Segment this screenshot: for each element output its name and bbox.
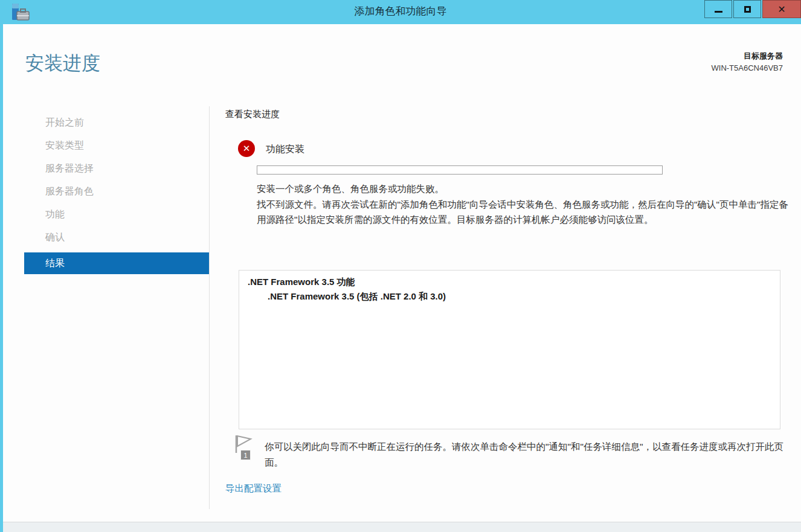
- window-left-border: [0, 24, 3, 532]
- export-settings-link[interactable]: 导出配置设置: [225, 482, 281, 495]
- titlebar: 添加角色和功能向导 ✕: [0, 0, 801, 24]
- maximize-icon: [744, 6, 751, 13]
- feature-item: .NET Framework 3.5 (包括 .NET 2.0 和 3.0): [248, 291, 771, 303]
- step-results[interactable]: 结果: [24, 252, 209, 274]
- error-message-line1: 安装一个或多个角色、角色服务或功能失败。: [257, 181, 797, 197]
- page-title: 安装进度: [25, 51, 100, 76]
- error-message-line2: 找不到源文件。请再次尝试在新的"添加角色和功能"向导会话中安装角色、角色服务或功…: [257, 197, 797, 228]
- step-features: 功能: [24, 203, 209, 226]
- window-controls: ✕: [704, 0, 801, 18]
- sidebar-divider: [209, 106, 210, 509]
- wizard-window: 添加角色和功能向导 ✕ 安装进度 目标服务器 WIN-T5A6CN46VB7 开…: [0, 0, 801, 532]
- target-server-info: 目标服务器 WIN-T5A6CN46VB7: [712, 51, 783, 72]
- step-server-roles: 服务器角色: [24, 180, 209, 203]
- target-server-label: 目标服务器: [712, 51, 783, 62]
- section-title: 查看安装进度: [225, 109, 280, 120]
- step-server-selection: 服务器选择: [24, 157, 209, 180]
- task-label: 功能安装: [266, 143, 304, 156]
- minimize-button[interactable]: [704, 0, 732, 18]
- wizard-note-text: 你可以关闭此向导而不中断正在运行的任务。请依次单击命令栏中的"通知"和"任务详细…: [265, 439, 793, 470]
- feature-group-title: .NET Framework 3.5 功能: [248, 277, 771, 288]
- task-flag-icon: 1: [233, 434, 254, 464]
- window-title: 添加角色和功能向导: [0, 0, 801, 24]
- minimize-icon: [715, 11, 722, 13]
- task-count-badge: 1: [240, 450, 251, 460]
- error-message: 安装一个或多个角色、角色服务或功能失败。 找不到源文件。请再次尝试在新的"添加角…: [257, 181, 797, 228]
- results-list-box[interactable]: .NET Framework 3.5 功能 .NET Framework 3.5…: [239, 270, 780, 429]
- error-icon: ✕: [238, 140, 255, 157]
- step-before-you-begin: 开始之前: [24, 111, 209, 134]
- maximize-button[interactable]: [733, 0, 761, 18]
- target-server-name: WIN-T5A6CN46VB7: [712, 63, 783, 72]
- footer-strip: [3, 522, 801, 532]
- step-installation-type: 安装类型: [24, 134, 209, 157]
- close-icon: ✕: [777, 4, 785, 15]
- step-confirmation: 确认: [24, 226, 209, 249]
- task-progress-bar: [257, 165, 663, 175]
- close-button[interactable]: ✕: [762, 0, 801, 18]
- wizard-steps-nav: 开始之前 安装类型 服务器选择 服务器角色 功能 确认 结果: [24, 111, 209, 274]
